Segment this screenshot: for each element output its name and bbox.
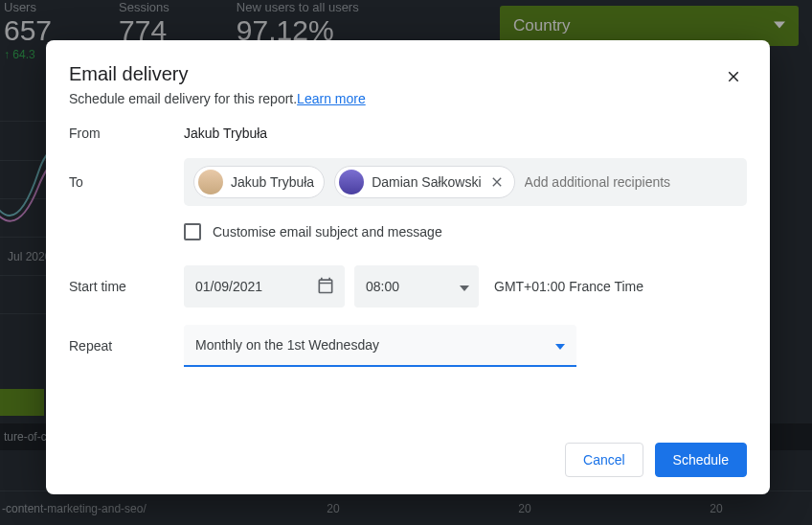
modal-title: Email delivery [69,63,366,85]
repeat-label: Repeat [69,338,184,354]
learn-more-link[interactable]: Learn more [297,91,366,106]
avatar [198,170,223,194]
email-delivery-modal: Email delivery Schedule email delivery f… [46,40,770,494]
start-date-field[interactable]: 01/09/2021 [184,265,345,308]
from-value: Jakub Trybuła [184,126,747,141]
chevron-down-icon [555,337,565,353]
to-label: To [69,174,184,190]
timezone-label: GMT+01:00 France Time [494,279,643,294]
start-time-value: 08:00 [366,279,399,294]
close-button[interactable] [720,65,747,92]
avatar [339,170,364,194]
recipient-chip[interactable]: Damian Sałkowski [334,166,514,198]
close-icon [725,68,742,89]
start-date-value: 01/09/2021 [195,279,262,294]
start-time-label: Start time [69,279,184,294]
customise-checkbox[interactable] [184,223,201,240]
remove-recipient-button[interactable] [489,174,505,190]
chevron-down-icon [460,279,469,294]
schedule-button[interactable]: Schedule [655,443,747,477]
add-recipient-input[interactable] [525,174,737,190]
from-label: From [69,126,184,141]
calendar-icon [316,276,335,298]
customise-checkbox-label: Customise email subject and message [213,224,442,240]
repeat-dropdown[interactable]: Monthly on the 1st Wednesday [184,325,576,367]
recipient-chip[interactable]: Jakub Trybuła [193,166,325,198]
recipient-name: Jakub Trybuła [231,174,314,190]
recipients-field[interactable]: Jakub Trybuła Damian Sałkowski [184,158,747,206]
modal-subtitle: Schedule email delivery for this report.… [69,91,366,106]
cancel-button[interactable]: Cancel [565,443,643,477]
start-time-field[interactable]: 08:00 [354,265,479,308]
close-icon [489,174,505,190]
repeat-value: Monthly on the 1st Wednesday [195,337,379,353]
recipient-name: Damian Sałkowski [372,174,481,190]
